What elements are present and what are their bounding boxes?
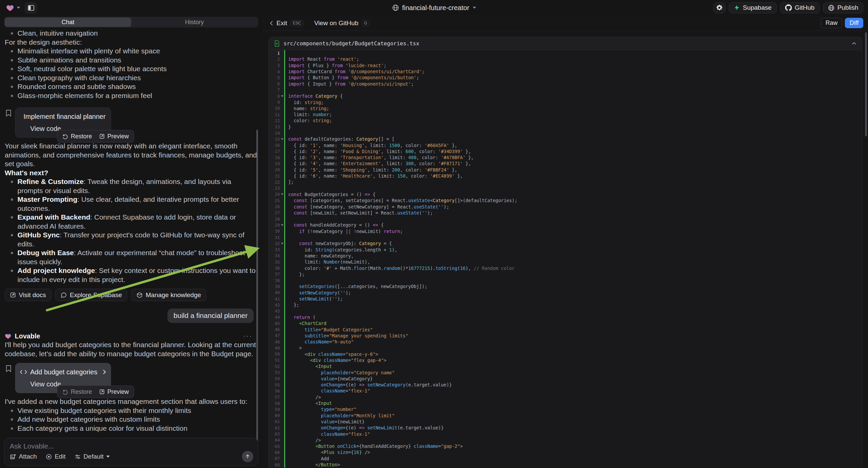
code-text: import { Input } from '@/components/ui/i…: [285, 81, 414, 87]
assistant-message-header: Lovable ···: [5, 332, 258, 341]
design-aesthetic-para: For the design aesthetic:: [5, 38, 258, 47]
line-number: 40: [269, 290, 284, 296]
project-switcher[interactable]: financial-future-creator: [392, 4, 476, 12]
fold-chevron-icon[interactable]: [281, 224, 283, 226]
g-key-badge: G: [362, 20, 369, 26]
edit-card-implement-financial-planner[interactable]: Implement financial planner View code: [15, 108, 111, 138]
edit-mode-button[interactable]: Edit: [45, 453, 66, 460]
tab-chat[interactable]: Chat: [5, 18, 131, 27]
toggle-sidebar-button[interactable]: [25, 2, 37, 13]
restore-preview-pill: Restore Preview: [57, 130, 134, 143]
chat-scrollbar[interactable]: [256, 129, 258, 449]
attach-button[interactable]: Attach: [10, 453, 37, 460]
code-line: 27 const [newLimit, setNewLimit] = React…: [269, 210, 862, 216]
visit-docs-button[interactable]: Visit docs: [5, 289, 51, 301]
preview-button[interactable]: Preview: [99, 387, 129, 397]
message-more-menu-icon[interactable]: ···: [243, 332, 252, 341]
send-button[interactable]: [242, 451, 253, 462]
line-number: 38: [269, 277, 284, 283]
code-scrollbar[interactable]: [865, 32, 867, 136]
model-label: Default: [84, 453, 104, 460]
code-text: <div className="flex gap-4">: [285, 357, 386, 363]
line-number: 2: [269, 56, 284, 62]
code-text: { id: '5', name: 'Shopping', limit: 200,…: [285, 167, 457, 173]
list-item: Debug with Ease: Activate our experiment…: [10, 248, 258, 266]
bookmark-icon[interactable]: [5, 110, 12, 117]
restore-button[interactable]: Restore: [62, 132, 92, 141]
code-body[interactable]: 12import React from 'react';3import { Pl…: [269, 50, 862, 468]
github-button[interactable]: GitHub: [780, 2, 820, 13]
code-line: 41 setNewLimit('');: [269, 296, 862, 302]
exit-button[interactable]: Exit ESC: [270, 20, 303, 27]
code-text: };: [285, 272, 305, 277]
manage-knowledge-button[interactable]: Manage knowledge: [131, 289, 206, 301]
code-line: 29 const handleAddCategory = () => {: [269, 222, 862, 228]
project-title: financial-future-creator: [402, 4, 469, 12]
top-bar: financial-future-creator Supabase: [0, 0, 868, 16]
external-link-icon: [10, 292, 16, 298]
code-line: 62 onChange={(e) => setNewLimit(e.target…: [269, 425, 862, 431]
line-number: 54: [269, 376, 284, 382]
view-on-github-button[interactable]: View on GitHub G: [314, 20, 369, 27]
quick-action-buttons: Visit docs Explore Supabase Manage knowl…: [5, 289, 258, 301]
edit-card-block-2: Add budget categories View code Rest: [5, 363, 258, 393]
line-number: 28: [269, 216, 284, 222]
code-text: type="number": [285, 407, 356, 412]
settings-button[interactable]: [713, 2, 725, 13]
raw-toggle-button[interactable]: Raw: [821, 18, 842, 28]
workspace-chevron-down-icon[interactable]: [17, 7, 20, 9]
restore-button[interactable]: Restore: [62, 387, 92, 397]
line-number: 10: [269, 106, 284, 112]
model-selector[interactable]: Default: [74, 453, 110, 460]
chevron-left-icon: [270, 21, 273, 26]
code-text: placeholder="Category name": [285, 370, 395, 375]
fold-chevron-icon[interactable]: [281, 95, 283, 97]
code-line: 52 <Input: [269, 363, 862, 369]
explore-supabase-label: Explore Supabase: [70, 291, 122, 299]
list-item: Expand with Backend: Connect Supabase to…: [10, 213, 258, 231]
code-line: 35 limit: Number(newLimit),: [269, 259, 862, 265]
restore-label: Restore: [71, 387, 92, 397]
bookmark-icon[interactable]: [5, 365, 12, 372]
code-line: 63 className="flex-1": [269, 431, 862, 437]
fold-chevron-icon[interactable]: [281, 138, 283, 140]
code-line: 66 <Plus size={16} />: [269, 449, 862, 455]
chat-composer[interactable]: Ask Lovable... Attach: [4, 438, 258, 466]
explore-supabase-button[interactable]: Explore Supabase: [55, 289, 127, 301]
lovable-logo-heart-icon[interactable]: [6, 4, 14, 11]
code-line: 42 };: [269, 302, 862, 308]
chat-input[interactable]: Ask Lovable...: [10, 442, 253, 450]
line-number: 19: [269, 160, 284, 167]
code-line: 56 className="flex-1": [269, 388, 862, 394]
code-text: if (!newCategory || !newLimit) return;: [285, 229, 403, 234]
line-number: 44: [269, 314, 284, 320]
diff-toggle-button[interactable]: Diff: [845, 18, 863, 28]
intro-bullet-list: Clean, intuitive navigation: [5, 29, 258, 38]
code-text: const defaultCategories: Category[] = [: [285, 136, 395, 142]
fold-chevron-icon[interactable]: [281, 243, 283, 244]
list-item: Clean typography with clear hierarchies: [10, 74, 258, 83]
line-number: 15: [269, 136, 284, 142]
fold-chevron-icon[interactable]: [281, 194, 283, 195]
publish-button[interactable]: Publish: [823, 2, 863, 13]
collapse-chevron-up-icon[interactable]: [851, 42, 857, 45]
code-line: 16 { id: '1', name: 'Housing', limit: 15…: [269, 142, 862, 148]
code-line: 28: [269, 216, 862, 222]
list-item: Soft, neutral color palette with light b…: [10, 64, 258, 74]
line-number: 58: [269, 400, 284, 406]
tab-history[interactable]: History: [131, 18, 258, 27]
supabase-button[interactable]: Supabase: [729, 2, 777, 13]
line-number: 7: [269, 87, 284, 93]
line-number: 9: [269, 99, 284, 105]
line-number: 47: [269, 333, 284, 339]
code-line: 33 id: String(categories.length + 1),: [269, 247, 862, 253]
chat-message-list[interactable]: Clean, intuitive navigation For the desi…: [0, 29, 262, 436]
preview-button[interactable]: Preview: [99, 132, 129, 141]
globe-icon: [392, 4, 399, 11]
code-text: setNewCategory('');: [285, 290, 351, 295]
code-line: 5import { Button } from '@/components/ui…: [269, 75, 862, 81]
user-message-bubble: build a financial planner: [167, 309, 254, 323]
file-path-bar[interactable]: src/components/budget/BudgetCategories.t…: [269, 37, 862, 50]
edit-card-add-budget-categories[interactable]: Add budget categories View code Rest: [15, 363, 111, 393]
code-text: <Input: [285, 401, 332, 406]
